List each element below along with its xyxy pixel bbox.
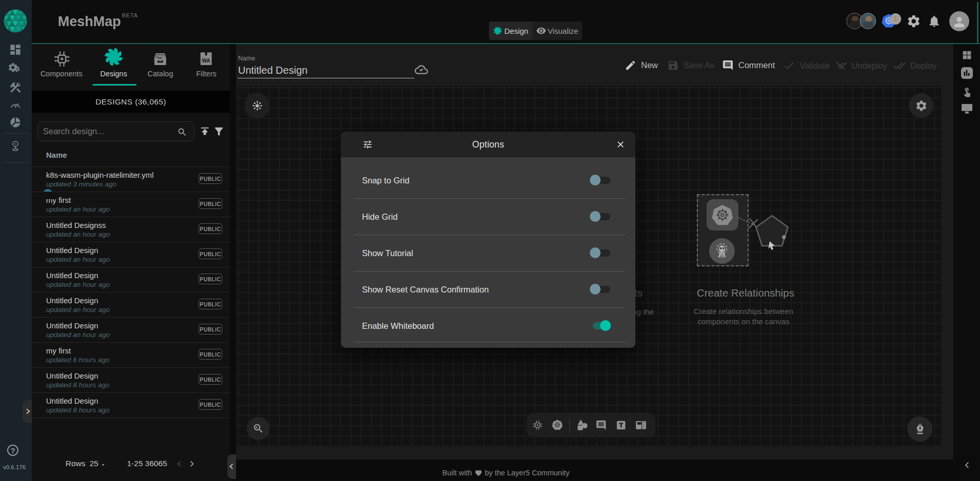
svg-text:WA: WA	[202, 58, 210, 64]
